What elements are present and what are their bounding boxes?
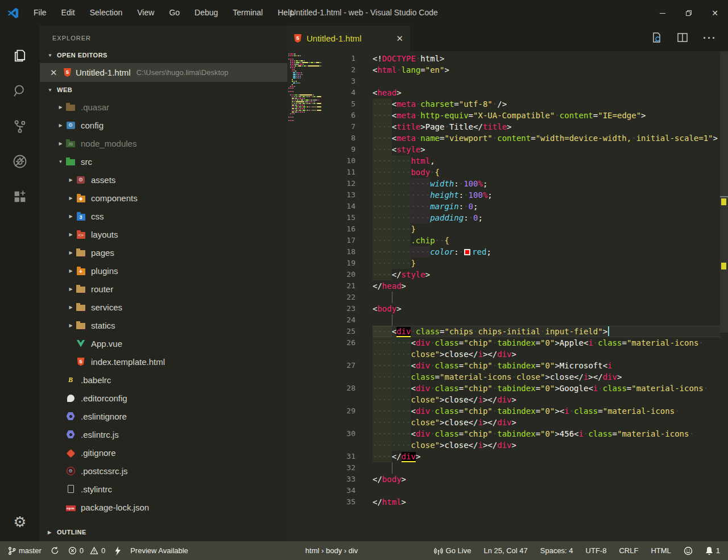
explorer-icon[interactable] (0, 38, 40, 73)
tree-item--editorconfig[interactable]: .editorconfig (40, 389, 287, 407)
tree-item-src[interactable]: ▼src (40, 152, 287, 171)
workspace-header[interactable]: ▼ WEB (40, 82, 287, 98)
code-line-16[interactable]: 16········} (322, 223, 720, 235)
tree-item-css[interactable]: ▶3css (40, 207, 287, 225)
tree-item-pages[interactable]: ▶pages (40, 243, 287, 262)
notifications-bell[interactable]: 1 (705, 546, 720, 555)
minimap[interactable] (287, 51, 322, 541)
tree-item--gitignore[interactable]: .gitignore (40, 443, 287, 462)
open-editors-header[interactable]: ▼ OPEN EDITORS (40, 47, 287, 63)
code-line-18[interactable]: 18············color:·red; (322, 246, 720, 258)
close-icon[interactable]: ✕ (50, 68, 64, 78)
code-line-1[interactable]: 1<!DOCTYPE·html> (322, 53, 720, 64)
encoding[interactable]: UTF-8 (586, 546, 607, 555)
tree-item-statics[interactable]: ▶statics (40, 316, 287, 334)
restore-button[interactable] (676, 0, 702, 26)
code-line-wrap[interactable]: ········close">close</i></div> (322, 394, 720, 405)
code-line-wrap[interactable]: ········close">close</i></div> (322, 439, 720, 451)
feedback-smiley-icon[interactable] (684, 546, 693, 555)
code-line-10[interactable]: 10········html, (322, 155, 720, 167)
code-line-31[interactable]: 31····</div> (322, 451, 720, 462)
code-line-11[interactable]: 11········body·{ (322, 167, 720, 178)
tree-item-config[interactable]: ▶⚙config (40, 116, 287, 134)
preview-available[interactable]: Preview Available (130, 546, 188, 555)
tree-item-package-lock-json[interactable]: npmpackage-lock.json (40, 498, 287, 516)
tab-untitled-1[interactable]: 5 Untitled-1.html ✕ (287, 26, 410, 51)
tree-item-layouts[interactable]: ▶<>layouts (40, 225, 287, 243)
code-line-28[interactable]: 28········<div·class="chip"·tabindex="0"… (322, 383, 720, 394)
eol-sequence[interactable]: CRLF (619, 546, 638, 555)
bolt-item[interactable] (114, 546, 121, 555)
tree-item-assets[interactable]: ▶⚙assets (40, 171, 287, 189)
menu-terminal[interactable]: Terminal (225, 0, 270, 26)
open-editor-item[interactable]: ✕ 5 Untitled-1.html C:\Users\hugo.lima\D… (40, 63, 287, 82)
code-line-25[interactable]: 25····<div·class="chips·chips-initial·in… (322, 326, 720, 337)
menu-debug[interactable]: Debug (187, 0, 225, 26)
code-line-15[interactable]: 15············padding:·0; (322, 212, 720, 223)
code-line-35[interactable]: 35</html> (322, 496, 720, 508)
tab-close-icon[interactable]: ✕ (396, 34, 403, 44)
code-line-3[interactable]: 3 (322, 76, 720, 87)
code-line-wrap[interactable]: ········class="material-icons·close">clo… (322, 371, 720, 383)
close-button[interactable]: ✕ (702, 0, 728, 26)
code-line-wrap[interactable]: ········close">close</i></div> (322, 349, 720, 360)
tree-item-node-modules[interactable]: ▶JSnode_modules (40, 134, 287, 152)
problems-item[interactable]: 0 0 (68, 546, 105, 555)
tree-item--stylintrc[interactable]: .stylintrc (40, 480, 287, 498)
scrollbar-slider[interactable] (720, 51, 728, 333)
indentation[interactable]: Spaces: 4 (540, 546, 573, 555)
code-line-6[interactable]: 6····<meta·http-equiv="X-UA-Compatible"·… (322, 110, 720, 121)
code-line-9[interactable]: 9····<style> (322, 144, 720, 155)
tree-item-plugins[interactable]: ▶+plugins (40, 262, 287, 280)
code-line-30[interactable]: 30········<div·class="chip"·tabindex="0"… (322, 428, 720, 439)
git-branch-item[interactable]: master (8, 546, 42, 555)
split-editor-icon[interactable] (677, 32, 688, 45)
code-line-8[interactable]: 8····<meta·name="viewport"·content="widt… (322, 132, 720, 144)
code-line-5[interactable]: 5····<meta·charset="utf-8"·/> (322, 98, 720, 110)
settings-gear-icon[interactable]: ⚙ (13, 513, 26, 531)
code-line-12[interactable]: 12············width:·100%; (322, 178, 720, 189)
code-line-2[interactable]: 2<html·lang="en"> (322, 64, 720, 76)
tree-item-app-vue[interactable]: App.vue (40, 334, 287, 352)
extensions-icon[interactable] (0, 179, 40, 214)
outline-header[interactable]: ▶ OUTLINE (40, 524, 287, 540)
code-line-27[interactable]: 27········<div·class="chip"·tabindex="0"… (322, 360, 720, 371)
tree-item-router[interactable]: ▶router (40, 280, 287, 298)
code-line-32[interactable]: 32 (322, 462, 720, 474)
code-line-wrap[interactable]: ········close">close</i></div> (322, 417, 720, 428)
tree-item--babelrc[interactable]: B.babelrc (40, 371, 287, 389)
code-line-19[interactable]: 19········} (322, 258, 720, 269)
scrollbar[interactable] (720, 51, 728, 541)
tree-item--quasar[interactable]: ▶.quasar (40, 98, 287, 116)
more-actions-icon[interactable]: ··· (703, 32, 717, 44)
menu-file[interactable]: File (26, 0, 54, 26)
code-line-24[interactable]: 24 (322, 314, 720, 326)
tree-item-components[interactable]: ▶◆components (40, 189, 287, 207)
menu-selection[interactable]: Selection (82, 0, 130, 26)
open-preview-icon[interactable] (651, 32, 662, 45)
code-line-34[interactable]: 34 (322, 485, 720, 496)
code-line-29[interactable]: 29········<div·class="chip"·tabindex="0"… (322, 405, 720, 417)
tree-item-services[interactable]: ▶services (40, 298, 287, 316)
tree-item--eslintignore[interactable]: .eslintignore (40, 407, 287, 425)
search-icon[interactable] (0, 73, 40, 109)
menu-go[interactable]: Go (162, 0, 187, 26)
tree-item-index-template-html[interactable]: 5index.template.html (40, 352, 287, 371)
code-line-21[interactable]: 21</head> (322, 280, 720, 292)
code-editor[interactable]: 1<!DOCTYPE·html>2<html·lang="en">34<head… (322, 51, 720, 541)
code-line-26[interactable]: 26········<div·class="chip"·tabindex="0"… (322, 337, 720, 349)
code-line-23[interactable]: 23<body> (322, 303, 720, 314)
cursor-position[interactable]: Ln 25, Col 47 (483, 546, 527, 555)
menu-view[interactable]: View (130, 0, 162, 26)
debug-icon[interactable] (0, 144, 40, 179)
code-line-17[interactable]: 17········.chip··{ (322, 235, 720, 246)
language-mode[interactable]: HTML (651, 546, 671, 555)
go-live-item[interactable]: Go Live (434, 546, 471, 555)
code-line-22[interactable]: 22 (322, 292, 720, 303)
tree-item--eslintrc-js[interactable]: .eslintrc.js (40, 425, 287, 443)
sync-item[interactable] (51, 546, 59, 555)
menu-edit[interactable]: Edit (54, 0, 82, 26)
tree-item--postcssrc-js[interactable]: ⚙.postcssrc.js (40, 462, 287, 480)
code-line-33[interactable]: 33</body> (322, 474, 720, 485)
minimize-button[interactable]: ─ (650, 0, 676, 26)
